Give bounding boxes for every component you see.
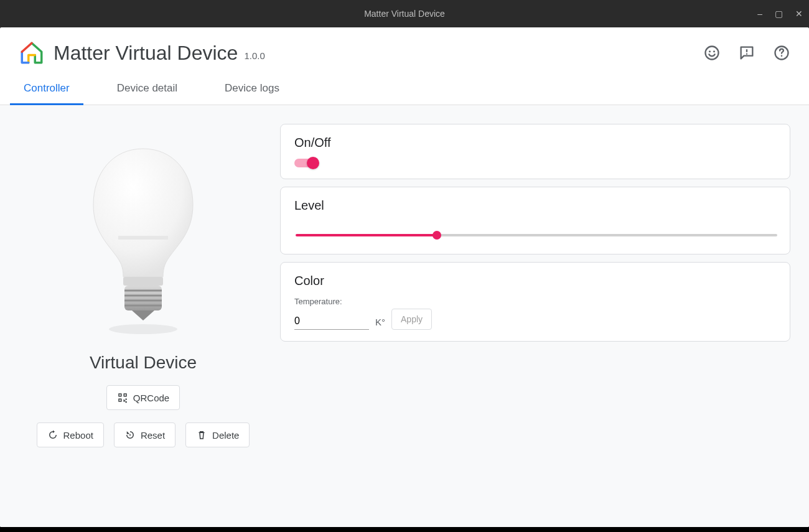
qrcode-button[interactable]: QRCode — [106, 385, 180, 410]
temperature-label: Temperature: — [294, 297, 776, 306]
smiley-icon[interactable] — [703, 44, 721, 62]
svg-point-0 — [706, 47, 719, 60]
tab-device-detail[interactable]: Device detail — [112, 72, 182, 105]
device-name: Virtual Device — [90, 353, 197, 373]
tab-controller-label: Controller — [24, 82, 70, 94]
window-close-button[interactable]: ✕ — [795, 9, 803, 18]
delete-button-label: Delete — [212, 430, 239, 441]
window-title: Matter Virtual Device — [364, 9, 445, 19]
app-title: Matter Virtual Device — [54, 42, 238, 65]
svg-rect-8 — [123, 277, 163, 286]
qrcode-button-label: QRCode — [133, 393, 169, 403]
reboot-button-label: Reboot — [63, 430, 93, 441]
svg-rect-9 — [124, 286, 162, 310]
tab-bar: Controller Device detail Device logs — [0, 72, 809, 105]
temperature-unit: K° — [375, 317, 385, 330]
tab-device-logs-label: Device logs — [225, 82, 279, 94]
svg-point-2 — [713, 50, 715, 52]
onoff-toggle-knob — [307, 157, 319, 169]
lightbulb-icon — [81, 142, 205, 342]
tab-controller[interactable]: Controller — [19, 72, 75, 105]
content-area: Virtual Device QRCode Reboot Reset — [0, 105, 809, 527]
onoff-card: On/Off — [280, 124, 790, 179]
svg-point-11 — [129, 434, 131, 436]
svg-rect-7 — [118, 236, 168, 240]
app-root: Matter Virtual Device 1.0.0 Controller D… — [0, 27, 809, 527]
feedback-icon[interactable] — [738, 44, 755, 62]
level-card: Level — [280, 187, 790, 254]
help-icon[interactable] — [773, 44, 790, 62]
qrcode-icon — [117, 392, 128, 403]
reset-button-label: Reset — [141, 430, 165, 441]
color-title: Color — [294, 274, 776, 288]
svg-point-6 — [781, 55, 783, 57]
svg-point-1 — [709, 50, 711, 52]
svg-point-10 — [109, 324, 177, 334]
level-slider[interactable] — [296, 234, 777, 236]
temperature-input[interactable] — [294, 313, 369, 330]
onoff-toggle[interactable] — [294, 159, 317, 167]
controls-column: On/Off Level Color Temperature: K° — [280, 124, 790, 508]
delete-button[interactable]: Delete — [185, 422, 250, 447]
app-header: Matter Virtual Device 1.0.0 — [0, 27, 809, 72]
window-maximize-button[interactable]: ▢ — [775, 9, 783, 18]
window-titlebar: Matter Virtual Device – ▢ ✕ — [0, 0, 809, 27]
tab-device-detail-label: Device detail — [117, 82, 177, 94]
color-card: Color Temperature: K° Apply — [280, 262, 790, 342]
level-title: Level — [294, 198, 776, 213]
window-controls: – ▢ ✕ — [757, 0, 803, 27]
reboot-icon — [47, 429, 58, 441]
apply-button[interactable]: Apply — [391, 309, 432, 330]
reset-icon — [124, 429, 136, 441]
svg-point-4 — [746, 54, 747, 55]
trash-icon — [196, 429, 207, 441]
apply-button-label: Apply — [401, 314, 423, 324]
onoff-title: On/Off — [294, 136, 776, 150]
reset-button[interactable]: Reset — [114, 422, 175, 447]
device-column: Virtual Device QRCode Reboot Reset — [19, 124, 268, 508]
tab-device-logs[interactable]: Device logs — [220, 72, 284, 105]
window-minimize-button[interactable]: – — [757, 9, 762, 18]
google-home-logo-icon — [19, 40, 45, 66]
app-version: 1.0.0 — [244, 50, 264, 61]
reboot-button[interactable]: Reboot — [37, 422, 104, 447]
